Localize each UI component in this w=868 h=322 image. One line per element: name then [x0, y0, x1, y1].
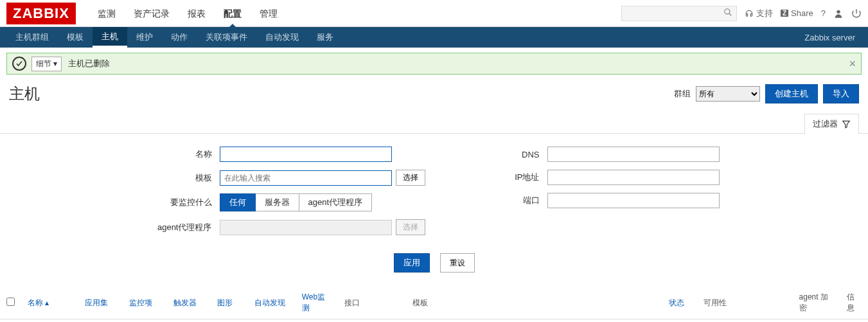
table-row: Zabbix server 应用集 11 监控项 88 触发器 50 图形 14… [0, 319, 868, 323]
filter-dns-input[interactable] [547, 147, 720, 162]
col-web[interactable]: Web监测 [296, 287, 338, 319]
filter-dns-label: DNS [477, 150, 547, 159]
svg-marker-3 [843, 121, 850, 128]
main-nav: 监测 资产记录 报表 配置 管理 [89, 0, 621, 27]
nav-administration[interactable]: 管理 [251, 0, 287, 27]
filter-port-label: 端口 [477, 195, 547, 206]
col-template: 模板 [406, 287, 662, 319]
help-button[interactable]: ? [821, 8, 826, 18]
filter-name-input[interactable] [220, 147, 392, 162]
template-select-button[interactable]: 选择 [396, 170, 425, 186]
monitor-any-button[interactable]: 任何 [220, 193, 256, 211]
reset-button[interactable]: 重设 [440, 253, 475, 273]
check-icon [12, 57, 26, 71]
group-label: 群组 [674, 88, 691, 100]
apply-button[interactable]: 应用 [394, 253, 430, 273]
col-status[interactable]: 状态 [662, 287, 697, 319]
col-applications[interactable]: 应用集 [78, 287, 123, 319]
col-interface: 接口 [338, 287, 406, 319]
nav-monitoring[interactable]: 监测 [89, 0, 125, 27]
create-host-button[interactable]: 创建主机 [765, 84, 818, 103]
col-graphs[interactable]: 图形 [211, 287, 248, 319]
z-icon: Z [781, 10, 788, 17]
global-search[interactable] [621, 6, 737, 21]
headset-icon [745, 9, 754, 18]
subnav-services[interactable]: 服务 [308, 27, 342, 48]
col-availability: 可用性 [697, 287, 793, 319]
col-items[interactable]: 监控项 [123, 287, 167, 319]
subnav-maintenance[interactable]: 维护 [127, 27, 162, 48]
support-link[interactable]: 支持 [745, 8, 773, 19]
message-text: 主机已删除 [68, 58, 110, 69]
subnav-templates[interactable]: 模板 [58, 27, 93, 48]
filter-ip-input[interactable] [547, 170, 720, 185]
col-triggers[interactable]: 触发器 [167, 287, 211, 319]
availability-cell: ZBXSNMPJMXIPMI [697, 319, 793, 323]
filter-ip-label: IP地址 [477, 172, 547, 183]
subnav-discovery[interactable]: 自动发现 [256, 27, 308, 48]
group-select[interactable]: 所有 [696, 86, 760, 102]
svg-point-0 [725, 9, 730, 14]
col-agent-enc: agent 加密 [793, 287, 841, 319]
subnav-hostgroups[interactable]: 主机群组 [6, 27, 58, 48]
svg-point-2 [837, 10, 840, 13]
filter-name-label: 名称 [149, 148, 220, 160]
svg-line-1 [729, 13, 732, 16]
interface-value: 127.0.0.1: 10050 [338, 319, 406, 323]
message-close-button[interactable]: × [849, 57, 856, 71]
page-title: 主机 [9, 84, 674, 104]
filter-port-input[interactable] [547, 193, 720, 208]
select-all-checkbox[interactable] [6, 298, 15, 306]
nav-reports[interactable]: 报表 [179, 0, 215, 27]
col-info: 信息 [840, 287, 868, 319]
templates-cell: Template App Zabbix Server, Template OS … [406, 319, 662, 323]
logo[interactable]: ZABBIX [6, 3, 76, 24]
filter-agent-label: agent代理程序 [149, 222, 220, 233]
nav-inventory[interactable]: 资产记录 [125, 0, 179, 27]
filter-tab[interactable]: 过滤器 [804, 114, 859, 134]
user-button[interactable] [833, 8, 844, 19]
success-message: 细节 ▾ 主机已删除 × [6, 53, 862, 75]
power-icon [851, 8, 862, 19]
filter-template-input[interactable] [220, 170, 392, 186]
filter-icon [842, 120, 851, 129]
monitor-agent-button[interactable]: agent代理程序 [299, 193, 373, 211]
filter-monitor-label: 要监控什么 [149, 197, 220, 208]
user-icon [833, 8, 844, 19]
logout-button[interactable] [851, 8, 862, 19]
share-link[interactable]: Z Share [781, 8, 813, 18]
col-name[interactable]: 名称 ▴ [21, 287, 78, 319]
subnav-correlation[interactable]: 关联项事件 [197, 27, 256, 48]
nav-configuration[interactable]: 配置 [215, 0, 251, 27]
message-detail-button[interactable]: 细节 ▾ [31, 57, 62, 71]
subnav-actions[interactable]: 动作 [162, 27, 197, 48]
subnav-servername: Zabbix server [804, 33, 862, 42]
import-button[interactable]: 导入 [823, 84, 859, 103]
subnav-hosts[interactable]: 主机 [93, 27, 127, 48]
agent-select-button: 选择 [396, 219, 425, 235]
search-icon [723, 8, 732, 19]
filter-agent-input [220, 220, 392, 235]
col-discovery[interactable]: 自动发现 [248, 287, 295, 319]
filter-template-label: 模板 [149, 172, 220, 184]
monitor-server-button[interactable]: 服务器 [256, 193, 299, 211]
